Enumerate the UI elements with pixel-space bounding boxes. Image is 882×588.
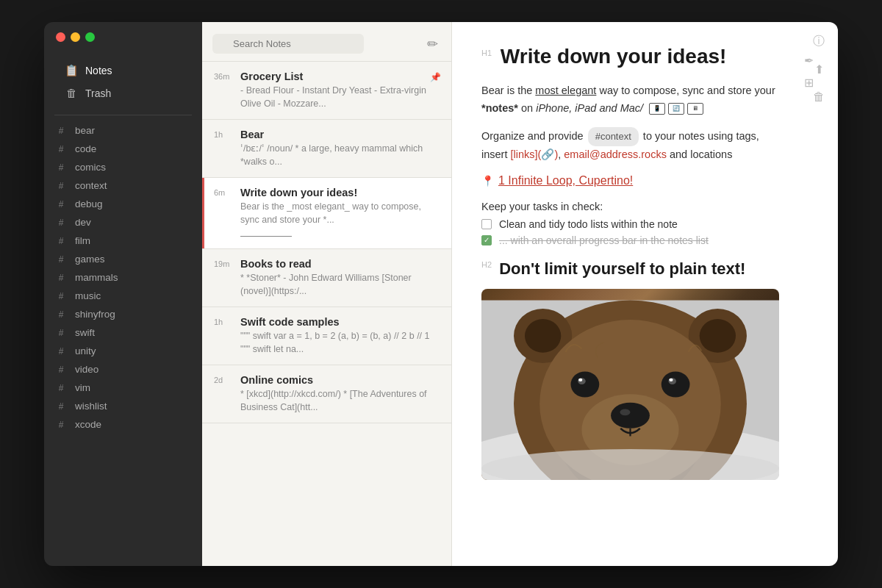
task-item-1: Clean and tidy todo lists within the not… bbox=[481, 218, 779, 230]
sidebar-tag-games[interactable]: #games bbox=[44, 250, 202, 268]
sidebar-tag-film[interactable]: #film bbox=[44, 232, 202, 250]
tag-hash-icon: # bbox=[54, 383, 68, 393]
tag-label: bear bbox=[75, 125, 95, 136]
tasks-section: Keep your tasks in check: Clean and tidy… bbox=[481, 201, 779, 246]
h2-marker: H2 bbox=[481, 260, 492, 269]
email-text: email@address.rocks bbox=[564, 148, 667, 160]
note-title: Bear bbox=[240, 129, 440, 140]
note-preview: * [xkcd](http://xkcd.com/) * [The Advent… bbox=[240, 388, 440, 414]
note-item-swift[interactable]: 1h Swift code samples """ swift var a = … bbox=[202, 307, 451, 365]
note-preview-content: Write down your ideas! Bear is the _most… bbox=[240, 187, 440, 240]
active-underline bbox=[240, 235, 292, 237]
note-items: 36m Grocery List - Bread Flour - Instant… bbox=[202, 62, 451, 566]
tag-label: video bbox=[75, 364, 98, 375]
info-icon[interactable]: ⓘ bbox=[810, 32, 828, 50]
app-window: 📋 Notes 🗑 Trash #bear#code#comics#contex… bbox=[44, 22, 838, 566]
note-preview-content: Bear ˈ/bɛː/ˈ /noun/ * a large, heavy mam… bbox=[240, 129, 440, 168]
tag-label: dev bbox=[75, 217, 91, 228]
context-badge: #context bbox=[588, 127, 639, 146]
sidebar-tag-debug[interactable]: #debug bbox=[44, 195, 202, 213]
sidebar-tag-xcode[interactable]: #xcode bbox=[44, 415, 202, 434]
sidebar-tag-wishlist[interactable]: #wishlist bbox=[44, 397, 202, 415]
sidebar-tag-video[interactable]: #video bbox=[44, 360, 202, 379]
sidebar-tag-mammals[interactable]: #mammals bbox=[44, 268, 202, 287]
sidebar-tag-context[interactable]: #context bbox=[44, 176, 202, 195]
note-item-bear[interactable]: 1h Bear ˈ/bɛː/ˈ /noun/ * a large, heavy … bbox=[202, 120, 451, 178]
tag-label: swift bbox=[75, 327, 95, 338]
tag-label: shinyfrog bbox=[75, 309, 115, 320]
sidebar-tag-code[interactable]: #code bbox=[44, 140, 202, 158]
sidebar-tag-comics[interactable]: #comics bbox=[44, 158, 202, 176]
svg-point-5 bbox=[525, 319, 561, 353]
trash-icon: 🗑 bbox=[65, 87, 78, 99]
note-time: 1h bbox=[214, 318, 234, 326]
maximize-button[interactable] bbox=[85, 32, 95, 42]
sidebar-divider bbox=[54, 115, 192, 115]
sidebar-tag-unity[interactable]: #unity bbox=[44, 342, 202, 360]
note-item-books[interactable]: 19m Books to read * *Stoner* - John Edwa… bbox=[202, 249, 451, 307]
sidebar-tag-shinyfrog[interactable]: #shinyfrog bbox=[44, 305, 202, 323]
task-item-2: ✓ ... with an overall progress bar in th… bbox=[481, 234, 779, 246]
note-title: Books to read bbox=[240, 258, 440, 270]
search-wrapper: 🔍 bbox=[212, 34, 418, 54]
sidebar-nav: 📋 Notes 🗑 Trash bbox=[44, 51, 202, 109]
sidebar-item-notes[interactable]: 📋 Notes bbox=[54, 60, 192, 82]
sidebar-tag-vim[interactable]: #vim bbox=[44, 379, 202, 397]
note-item-grocery[interactable]: 36m Grocery List - Bread Flour - Instant… bbox=[202, 62, 451, 120]
note-list: 🔍 ✏ 36m Grocery List - Bread Flour - Ins… bbox=[202, 22, 452, 566]
location-text: 1 Infinite Loop, Cupertino! bbox=[498, 174, 633, 187]
search-input[interactable] bbox=[212, 34, 364, 54]
sidebar-tag-bear[interactable]: #bear bbox=[44, 121, 202, 140]
minimize-button[interactable] bbox=[71, 32, 80, 42]
note-item-comics[interactable]: 2d Online comics * [xkcd](http://xkcd.co… bbox=[202, 365, 451, 423]
compose-icon: ✏ bbox=[427, 37, 438, 51]
tag-hash-icon: # bbox=[54, 346, 68, 356]
note-item-ideas[interactable]: 6m Write down your ideas! Bear is the _m… bbox=[202, 178, 451, 249]
location-icon: 📍 bbox=[481, 175, 494, 187]
svg-point-7 bbox=[700, 319, 736, 353]
task-checkbox-2[interactable]: ✓ bbox=[481, 235, 492, 245]
tag-hash-icon: # bbox=[54, 144, 68, 154]
editor-content: H1 Write down your ideas! Bear is the mo… bbox=[481, 44, 801, 480]
editor-h2: H2 Don't limit yourself to plain text! bbox=[481, 259, 779, 279]
tag-hash-icon: # bbox=[54, 126, 68, 136]
tag-label: xcode bbox=[75, 419, 101, 430]
note-preview-content: Grocery List - Bread Flour - Instant Dry… bbox=[240, 71, 440, 110]
note-time: 6m bbox=[214, 188, 234, 197]
tag-hash-icon: # bbox=[54, 365, 68, 375]
sidebar: 📋 Notes 🗑 Trash #bear#code#comics#contex… bbox=[44, 22, 202, 566]
notes-icon: 📋 bbox=[65, 64, 78, 77]
editor-intro: Bear is the most elegant way to compose,… bbox=[481, 82, 779, 118]
tag-label: wishlist bbox=[75, 401, 107, 412]
note-preview: - Bread Flour - Instant Dry Yeast - Extr… bbox=[240, 85, 440, 110]
note-list-header: 🔍 ✏ bbox=[202, 22, 451, 62]
tag-label: unity bbox=[75, 345, 96, 356]
sidebar-tag-music[interactable]: #music bbox=[44, 287, 202, 305]
sidebar-item-trash[interactable]: 🗑 Trash bbox=[54, 82, 192, 104]
note-title: Online comics bbox=[240, 374, 440, 386]
note-preview: ˈ/bɛː/ˈ /noun/ * a large, heavy mammal w… bbox=[240, 143, 440, 168]
svg-point-11 bbox=[620, 409, 630, 416]
note-time: 19m bbox=[214, 259, 234, 268]
tag-hash-icon: # bbox=[54, 199, 68, 209]
compose-button[interactable]: ✏ bbox=[424, 35, 441, 54]
pin-icon: 📌 bbox=[430, 72, 441, 82]
tag-label: games bbox=[75, 254, 105, 265]
close-button[interactable] bbox=[56, 32, 65, 42]
elegant-text: most elegant bbox=[535, 85, 596, 96]
pen-icon[interactable]: ✒ bbox=[800, 51, 817, 69]
sidebar-tag-swift[interactable]: #swift bbox=[44, 323, 202, 342]
tag-label: vim bbox=[75, 382, 90, 393]
platform-italic: iPhone, iPad and Mac/ bbox=[536, 102, 643, 114]
note-preview-content: Books to read * *Stoner* - John Edward W… bbox=[240, 258, 440, 298]
sidebar-tag-dev[interactable]: #dev bbox=[44, 213, 202, 232]
editor-title: H1 Write down your ideas! bbox=[481, 44, 779, 69]
mac-icon: 🖥 bbox=[687, 103, 703, 115]
columns-icon[interactable]: ⊞ bbox=[800, 74, 817, 91]
editor: ⓘ ⬆ 🗑 ✒ ⊞ H1 Write down your ideas! Bear… bbox=[452, 22, 838, 566]
sync-icon: 🔄 bbox=[668, 103, 684, 115]
tag-hash-icon: # bbox=[54, 254, 68, 265]
note-title: Swift code samples bbox=[240, 316, 440, 328]
task-checkbox-1[interactable] bbox=[481, 219, 492, 229]
location-line: 📍 1 Infinite Loop, Cupertino! bbox=[481, 174, 779, 187]
